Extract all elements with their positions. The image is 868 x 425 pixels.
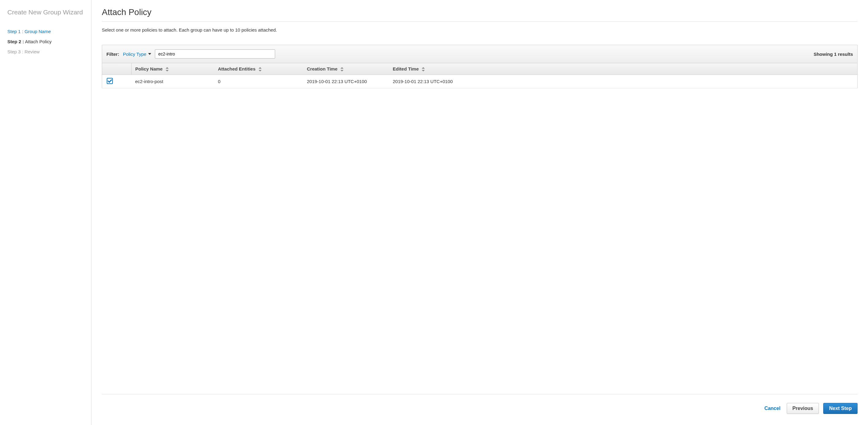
header-label: Edited Time [393, 66, 419, 71]
sidebar-title: Create New Group Wizard [7, 8, 84, 16]
policy-type-label: Policy Type [123, 52, 146, 57]
main-content: Attach Policy Select one or more policie… [91, 0, 868, 425]
step-label: Attach Policy [25, 39, 52, 44]
row-expand-cell [117, 75, 131, 88]
header-label: Creation Time [307, 66, 338, 71]
header-edited-time[interactable]: Edited Time [389, 63, 858, 75]
next-step-button[interactable]: Next Step [823, 403, 858, 414]
step-3-review: Step 3 : Review [7, 46, 84, 57]
sort-icon [340, 67, 343, 71]
page-description: Select one or more policies to attach. E… [102, 27, 858, 33]
step-1-group-name[interactable]: Step 1 : Group Name [7, 26, 84, 36]
footer-actions: Cancel Previous Next Step [102, 403, 858, 418]
row-policy-name: ec2-intro-post [131, 75, 214, 88]
header-label: Attached Entities [218, 66, 256, 71]
step-label: Review [25, 49, 39, 54]
table-row[interactable]: ec2-intro-post 0 2019-10-01 22:13 UTC+01… [102, 75, 858, 88]
table-header-row: Policy Name Attached Entities Creation T… [102, 63, 858, 75]
step-prefix: Step 2 : [7, 39, 24, 44]
policy-search-input[interactable] [155, 50, 275, 59]
step-2-attach-policy: Step 2 : Attach Policy [7, 36, 84, 46]
step-prefix: Step 1 : [7, 29, 23, 34]
results-count: Showing 1 results [814, 52, 853, 57]
caret-down-icon [148, 53, 151, 55]
row-edited-time: 2019-10-01 22:13 UTC+0100 [389, 75, 858, 88]
filter-bar: Filter: Policy Type Showing 1 results [102, 45, 858, 63]
sort-icon [166, 67, 169, 71]
step-list: Step 1 : Group Name Step 2 : Attach Poli… [7, 26, 84, 57]
step-label: Group Name [25, 29, 51, 34]
cancel-button[interactable]: Cancel [763, 403, 782, 414]
footer-divider [102, 394, 858, 394]
policy-type-dropdown[interactable]: Policy Type [123, 52, 151, 57]
header-creation-time[interactable]: Creation Time [303, 63, 389, 75]
sort-icon [422, 67, 425, 71]
sort-icon [258, 67, 261, 71]
page-title: Attach Policy [102, 7, 858, 22]
policy-table: Policy Name Attached Entities Creation T… [102, 63, 858, 88]
header-checkbox [102, 63, 117, 75]
filter-label: Filter: [106, 52, 119, 57]
row-creation-time: 2019-10-01 22:13 UTC+0100 [303, 75, 389, 88]
header-policy-name[interactable]: Policy Name [131, 63, 214, 75]
previous-button[interactable]: Previous [787, 403, 819, 414]
header-label: Policy Name [135, 66, 162, 71]
header-expand [117, 63, 131, 75]
wizard-sidebar: Create New Group Wizard Step 1 : Group N… [0, 0, 91, 425]
row-attached-entities: 0 [214, 75, 303, 88]
header-attached-entities[interactable]: Attached Entities [214, 63, 303, 75]
step-prefix: Step 3 : [7, 49, 23, 54]
row-checkbox-cell [102, 75, 117, 88]
row-checkbox[interactable] [107, 78, 113, 84]
